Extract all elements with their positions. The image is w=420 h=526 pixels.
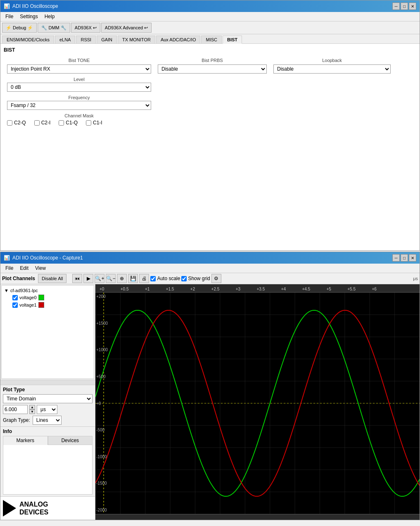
- tab-ensm[interactable]: ENSM/MODE/Clocks: [2, 36, 54, 43]
- channels-list: ▼ cf-ad9361-lpc voltage0 voltage1: [1, 285, 94, 379]
- bist-prbs-group: Disable Enable: [158, 64, 267, 74]
- ruler-5.5: +5.5: [347, 287, 356, 291]
- ad936x-advanced-button[interactable]: AD936X Advanced ↩: [101, 23, 152, 33]
- loopback-col: Loopback Disable Digital RF: [270, 56, 394, 127]
- show-grid-label[interactable]: Show grid: [181, 276, 210, 281]
- debug-button[interactable]: ⚡ Debug ⚡: [2, 23, 37, 33]
- info-tabs: Markers Devices: [3, 436, 93, 445]
- menu-settings[interactable]: Settings: [17, 13, 41, 20]
- device-name: cf-ad9361-lpc: [10, 288, 38, 293]
- checkbox-c1i[interactable]: C1-I: [86, 120, 102, 126]
- c2i-checkbox[interactable]: [34, 120, 40, 126]
- close-button-2[interactable]: ✕: [409, 254, 416, 262]
- voltage1-checkbox[interactable]: [12, 302, 18, 308]
- c1q-checkbox[interactable]: [59, 120, 64, 126]
- plot-type-select[interactable]: Time Domain Frequency Domain: [3, 394, 93, 403]
- minimize-button-2[interactable]: ─: [392, 254, 400, 262]
- voltage0-color[interactable]: [38, 295, 44, 300]
- tab-tx-monitor[interactable]: TX MONITOR: [118, 36, 155, 43]
- time-value-input[interactable]: [3, 405, 28, 414]
- plot-ruler: +0 +0.5 +1 +1.5 +2 +2.5 +3 +3.5 +4 +4.5 …: [95, 284, 420, 293]
- ruler-2.5: +2.5: [211, 287, 220, 291]
- tab-eLNA[interactable]: eLNA: [55, 36, 76, 43]
- voltage0-checkbox[interactable]: [12, 295, 18, 300]
- tab-aux[interactable]: Aux ADC/DAC/IO: [156, 36, 201, 43]
- menu-bar-1: File Settings Help: [0, 12, 420, 21]
- ruler-0.5: +0.5: [121, 287, 129, 291]
- fit-button[interactable]: ⊕: [117, 274, 127, 283]
- plot-scrollbar-h[interactable]: [95, 514, 420, 520]
- c1i-checkbox[interactable]: [86, 120, 91, 126]
- ruler-0: +0: [100, 287, 104, 291]
- bist-prbs-select[interactable]: Disable Enable: [158, 64, 267, 74]
- level-label: Level: [7, 77, 151, 82]
- ruler-1: +1: [145, 287, 149, 291]
- title-bar-1: 📊 ADI IIO Oscilloscope ─ □ ✕: [0, 0, 420, 12]
- checkbox-c2i[interactable]: C2-I: [34, 120, 51, 126]
- graph-type-select[interactable]: Lines Dots: [33, 416, 62, 425]
- bist-grid: Bist TONE Injection Point RX Injection P…: [4, 56, 416, 127]
- channels-scrollbar-h[interactable]: [0, 380, 95, 385]
- title-bar-2: 📊 ADI IIO Oscilloscope - Capture1 ─ □ ✕: [0, 252, 420, 264]
- plot-type-label: Plot Type: [3, 387, 93, 393]
- window1-title: ADI IIO Oscilloscope: [12, 3, 58, 9]
- tab-bist[interactable]: BIST: [223, 36, 242, 44]
- checkboxes: C2-Q C2-I C1-Q C1-I: [7, 120, 151, 126]
- prev-button[interactable]: ⏮: [72, 274, 82, 283]
- play-button[interactable]: ▶: [83, 274, 93, 283]
- checkbox-c1q[interactable]: C1-Q: [59, 120, 78, 126]
- print-button[interactable]: 🖨: [139, 274, 149, 283]
- settings-button[interactable]: ⚙: [211, 274, 221, 283]
- ruler-4.5: +4.5: [302, 287, 310, 291]
- injection-point-select[interactable]: Injection Point RX Injection Point TX: [7, 64, 151, 74]
- disable-all-button[interactable]: Disable All: [38, 274, 66, 283]
- channel-row-1: voltage1: [4, 301, 91, 309]
- auto-scale-checkbox[interactable]: [150, 276, 156, 281]
- time-up-button[interactable]: ▲: [29, 405, 35, 409]
- maximize-button-2[interactable]: □: [401, 254, 408, 262]
- plot-channels-label: Plot Channels: [2, 276, 35, 281]
- tab-gain[interactable]: GAIN: [97, 36, 117, 43]
- time-down-button[interactable]: ▼: [29, 409, 35, 414]
- ad936x-button[interactable]: AD936X ↩: [71, 23, 100, 33]
- menu-view-2[interactable]: View: [32, 264, 49, 272]
- c2q-checkbox[interactable]: [7, 120, 12, 126]
- zoom-in-button[interactable]: 🔍+: [95, 274, 104, 283]
- tab-devices[interactable]: Devices: [48, 436, 93, 445]
- tab-misc[interactable]: MISC: [201, 36, 222, 43]
- close-button[interactable]: ✕: [409, 2, 416, 10]
- left-panel: ▼ cf-ad9361-lpc voltage0 voltage1: [0, 284, 95, 520]
- auto-scale-label[interactable]: Auto scale: [150, 276, 180, 281]
- loopback-group: Disable Digital RF: [273, 64, 391, 74]
- menu-file-2[interactable]: File: [2, 264, 17, 272]
- minimize-button[interactable]: ─: [392, 2, 400, 10]
- loopback-select[interactable]: Disable Digital RF: [273, 64, 391, 74]
- level-select[interactable]: 0 dB -6 dB -12 dB: [7, 83, 151, 92]
- main-content-1: BIST Bist TONE Injection Point RX Inject…: [0, 44, 420, 250]
- unit-label: μs: [413, 276, 418, 281]
- maximize-button[interactable]: □: [401, 2, 408, 10]
- tab-markers[interactable]: Markers: [3, 436, 48, 445]
- waveform-canvas: [95, 293, 420, 514]
- voltage1-color[interactable]: [38, 302, 44, 308]
- save-button[interactable]: 💾: [128, 274, 138, 283]
- show-grid-checkbox[interactable]: [181, 276, 187, 281]
- menu-help[interactable]: Help: [41, 13, 58, 20]
- menu-file[interactable]: File: [2, 13, 17, 20]
- tab-bar-1: ENSM/MODE/Clocks eLNA RSSI GAIN TX MONIT…: [0, 34, 420, 44]
- debug-icon: ⚡: [6, 25, 12, 31]
- frequency-select[interactable]: Fsamp / 32 Fsamp / 16 Fsamp / 8: [7, 101, 151, 110]
- osc-toolbar: Plot Channels Disable All ⏮ ▶ 🔍+ 🔍− ⊕ 💾 …: [0, 273, 420, 284]
- bist-tone-col: Bist TONE Injection Point RX Injection P…: [4, 56, 154, 127]
- logo-area: ANALOG DEVICES: [0, 496, 95, 520]
- voltage1-label: voltage1: [19, 302, 37, 307]
- frequency-label: Frequency: [7, 95, 151, 100]
- menu-edit-2[interactable]: Edit: [17, 264, 32, 272]
- checkbox-c2q[interactable]: C2-Q: [7, 120, 26, 126]
- spinner: ▲ ▼: [29, 405, 35, 414]
- zoom-out-button[interactable]: 🔍−: [106, 274, 116, 283]
- time-unit-select[interactable]: μs ms s: [37, 405, 57, 414]
- tab-rssi[interactable]: RSSI: [76, 36, 96, 43]
- level-group: Level 0 dB -6 dB -12 dB: [7, 77, 151, 92]
- dmm-button[interactable]: 🔧 DMM 🔧: [38, 23, 70, 33]
